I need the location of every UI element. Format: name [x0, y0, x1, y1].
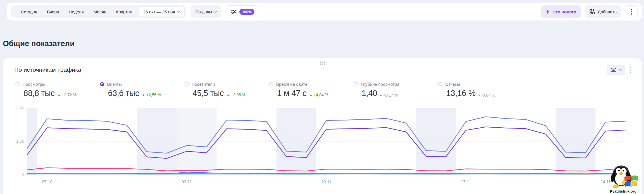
add-widget-label: Добавить: [598, 9, 617, 14]
metric-views[interactable]: Просмотры 88,8 тыс ▲+2,72 %: [15, 82, 100, 98]
widget-menu-button[interactable]: [630, 67, 631, 73]
date-range-dropdown[interactable]: 26 окт — 25 ноя: [138, 7, 184, 17]
radio-icon[interactable]: [354, 82, 358, 86]
chart-line-pink: [27, 168, 625, 171]
sliders-icon: [231, 9, 236, 14]
preset-yesterday[interactable]: Вчера: [42, 9, 64, 14]
preset-today[interactable]: Сегодня: [16, 9, 42, 14]
toolbar-right: Что нового Добавить: [541, 5, 638, 18]
metric-bounce-rate[interactable]: Отказы 13,16 % ◆-0,64 %: [438, 82, 523, 98]
y-tick-label: 0: [21, 172, 24, 177]
x-tick-label: 10.11: [321, 179, 331, 184]
chevron-down-icon: [214, 9, 217, 13]
widget-controls: [607, 65, 631, 75]
preset-month[interactable]: Месяц: [89, 9, 111, 14]
x-tick-label: 03.11: [181, 179, 192, 184]
sampling-button[interactable]: 100%: [226, 5, 259, 18]
date-preset-group: Сегодня Вчера Неделя Месяц Квартал 26 ок…: [11, 5, 186, 18]
widget-drag-handle[interactable]: [319, 60, 326, 66]
widget-title: По источникам трафика: [14, 66, 81, 73]
delta-icon: ▲: [309, 93, 312, 97]
traffic-sources-widget: По источникам трафика Просмотры 88,8 тыс…: [3, 58, 642, 194]
metric-delta: ◆+0,17 %: [380, 93, 398, 97]
grouping-value: По дням: [195, 9, 212, 14]
delta-icon: ▲: [226, 93, 230, 97]
y-tick-label: 1,6k: [16, 139, 24, 144]
whats-new-button[interactable]: Что нового: [541, 5, 581, 18]
section-title: Общие показатели: [3, 39, 75, 48]
chart-line-yellow: [27, 174, 625, 174]
toolbar-menu-button[interactable]: [625, 5, 638, 18]
line-chart-icon: [610, 68, 617, 73]
lightning-icon: [545, 9, 550, 15]
radio-icon[interactable]: [269, 82, 273, 86]
delta-icon: ◆: [478, 94, 480, 97]
metrics-row: Просмотры 88,8 тыс ▲+2,72 % Визиты 63,6 …: [15, 82, 523, 98]
metric-delta: ▲+2,05 %: [226, 93, 246, 97]
chevron-down-icon: [177, 9, 180, 13]
metric-visits[interactable]: Визиты 63,6 тыс ▲+2,55 %: [100, 82, 184, 98]
delta-icon: ◆: [380, 94, 382, 97]
date-range-value: 26 окт — 25 ноя: [143, 9, 175, 14]
delta-icon: ▲: [57, 93, 61, 97]
metric-delta: ▲+4,84 %: [309, 93, 328, 97]
metrica-dashboard: { "toolbar": { "presets": ["Сегодня", "В…: [0, 0, 644, 194]
whats-new-label: Что нового: [553, 9, 576, 14]
metric-delta: ▲+2,55 %: [142, 93, 161, 97]
x-tick-label: 17.11: [461, 179, 471, 184]
sampling-badge: 100%: [239, 9, 254, 15]
y-tick-label: 3,2k: [16, 106, 24, 110]
add-widget-button[interactable]: Добавить: [585, 5, 621, 18]
metric-time-on-site[interactable]: Время на сайте 1 м 47 с ▲+4,84 %: [269, 82, 354, 98]
metric-visitors[interactable]: Посетители 45,5 тыс ▲+2,05 %: [184, 82, 269, 98]
metric-delta: ▲+2,72 %: [57, 93, 77, 97]
chart-type-dropdown[interactable]: [607, 65, 625, 75]
traffic-sources-chart[interactable]: 01,6k3,2k27.1003.1110.1117.1124.11: [11, 103, 633, 189]
preset-quarter[interactable]: Квартал: [111, 9, 137, 14]
add-widget-icon: [589, 9, 595, 15]
metric-page-depth[interactable]: Глубина просмотра 1,40 ◆+0,17 %: [354, 82, 438, 98]
chart-line-indigo: [27, 117, 625, 153]
x-tick-label: 24.11: [600, 179, 611, 184]
preset-week[interactable]: Неделя: [64, 9, 89, 14]
chart-line-purple: [27, 127, 625, 159]
top-toolbar: Сегодня Вчера Неделя Месяц Квартал 26 ок…: [7, 3, 642, 21]
metric-delta: ◆-0,64 %: [478, 93, 495, 97]
delta-icon: ▲: [142, 93, 145, 97]
radio-icon[interactable]: [438, 82, 442, 86]
kebab-icon: [631, 9, 632, 15]
x-tick-label: 27.10: [42, 179, 53, 184]
grouping-dropdown[interactable]: По дням: [191, 5, 221, 18]
radio-icon[interactable]: [184, 82, 189, 86]
radio-icon[interactable]: [100, 82, 104, 86]
radio-icon[interactable]: [15, 82, 20, 86]
chevron-down-icon: [619, 68, 622, 71]
